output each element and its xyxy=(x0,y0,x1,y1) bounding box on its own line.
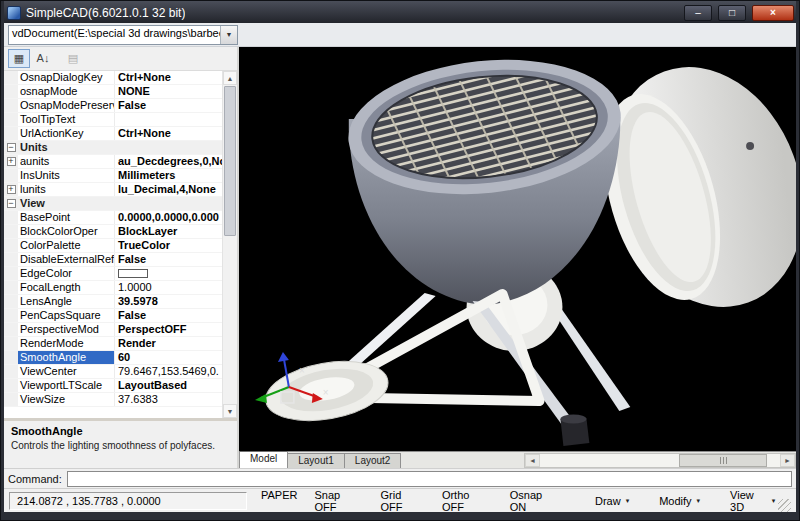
status-toggle-osnap-on[interactable]: Osnap ON xyxy=(508,489,562,513)
property-row-ColorPalette[interactable]: ColorPaletteTrueColor xyxy=(4,239,222,253)
titlebar[interactable]: SimpleCAD(6.6021.0.1 32 bit) – □ × xyxy=(4,1,796,23)
property-row-LensAngle[interactable]: LensAngle39.5978 xyxy=(4,295,222,309)
property-row-ViewSize[interactable]: ViewSize37.6383 xyxy=(4,393,222,407)
property-row-aunits[interactable]: +aunitsau_Decdegrees,0,No xyxy=(4,155,222,169)
property-row-OsnapDialogKey[interactable]: OsnapDialogKeyCtrl+None xyxy=(4,71,222,85)
property-name: InsUnits xyxy=(18,169,115,182)
menu-label: View 3D xyxy=(730,489,767,513)
maximize-button[interactable]: □ xyxy=(718,5,746,21)
property-value: TrueColor xyxy=(115,239,222,252)
horizontal-scrollbar[interactable]: ◄ ► xyxy=(524,453,796,468)
property-value: 0.0000,0.0000,0.000 xyxy=(115,211,222,224)
chevron-down-icon: ▾ xyxy=(772,497,776,505)
menu-view-3d[interactable]: View 3D▾ xyxy=(727,489,778,513)
scroll-down-icon[interactable]: ▼ xyxy=(223,404,237,418)
document-bar: vdDocument(E:\special 3d drawings\barbec… xyxy=(4,23,796,47)
property-grid-wrap: OsnapDialogKeyCtrl+NoneosnapModeNONEOsna… xyxy=(4,71,237,418)
description-title: SmoothAngle xyxy=(11,425,230,437)
property-row-PerspectiveMod[interactable]: PerspectiveModPerspectOFF xyxy=(4,323,222,337)
hscroll-track[interactable] xyxy=(540,454,780,467)
property-row-OsnapModePreserve[interactable]: OsnapModePreserveFalse xyxy=(4,99,222,113)
property-value: 60 xyxy=(115,351,222,364)
row-indent xyxy=(4,351,18,364)
property-row-RenderMode[interactable]: RenderModeRender xyxy=(4,337,222,351)
property-value: False xyxy=(115,253,222,266)
menu-modify[interactable]: Modify▾ xyxy=(656,489,703,513)
scroll-right-icon[interactable]: ► xyxy=(780,454,795,467)
tab-layout2[interactable]: Layout2 xyxy=(344,453,402,468)
property-row-ViewportLTScale[interactable]: ViewportLTScaleLayoutBased xyxy=(4,379,222,393)
status-toggle-ortho-off[interactable]: Ortho OFF xyxy=(440,489,495,513)
expand-box[interactable]: − xyxy=(7,143,16,152)
property-row-UrlActionKey[interactable]: UrlActionKeyCtrl+None xyxy=(4,127,222,141)
row-indent xyxy=(4,267,18,280)
row-indent xyxy=(4,71,18,84)
property-pages-button[interactable]: ▤ xyxy=(62,49,84,68)
property-row-osnapMode[interactable]: osnapModeNONE xyxy=(4,85,222,99)
tab-layout1[interactable]: Layout1 xyxy=(287,453,345,468)
tab-model[interactable]: Model xyxy=(239,451,288,468)
property-pages-icon: ▤ xyxy=(68,53,78,64)
property-value: 37.6383 xyxy=(115,393,222,406)
property-row-EdgeColor[interactable]: EdgeColor xyxy=(4,267,222,281)
close-button[interactable]: × xyxy=(752,5,794,21)
property-row-ViewCenter[interactable]: ViewCenter79.6467,153.5469,0. xyxy=(4,365,222,379)
property-name: PenCapsSquare xyxy=(18,309,115,322)
hscroll-thumb[interactable] xyxy=(679,454,767,467)
row-indent xyxy=(4,281,18,294)
property-row-ToolTipText[interactable]: ToolTipText xyxy=(4,113,222,127)
property-row-PenCapsSquare[interactable]: PenCapsSquareFalse xyxy=(4,309,222,323)
window-title: SimpleCAD(6.6021.0.1 32 bit) xyxy=(26,6,185,20)
combobox-dropdown-button[interactable]: ▼ xyxy=(220,26,237,44)
property-name: aunits xyxy=(18,155,115,168)
property-row-lunits[interactable]: +lunitslu_Decimal,4,None xyxy=(4,183,222,197)
expand-box[interactable]: + xyxy=(7,157,16,166)
scroll-left-icon[interactable]: ◄ xyxy=(525,454,540,467)
property-value xyxy=(115,113,222,126)
command-label: Command: xyxy=(8,473,62,485)
layout-tabstrip: ModelLayout1Layout2 ◄ ► xyxy=(239,451,796,468)
property-row-BasePoint[interactable]: BasePoint0.0000,0.0000,0.000 xyxy=(4,211,222,225)
3d-viewport[interactable]: × × xyxy=(239,47,796,451)
property-row-SmoothAngle[interactable]: SmoothAngle60 xyxy=(4,351,222,365)
row-indent xyxy=(4,379,18,392)
collapse-icon[interactable]: − xyxy=(4,197,18,210)
command-input[interactable] xyxy=(67,471,792,487)
category-row-View[interactable]: −View xyxy=(4,197,222,211)
expand-icon[interactable]: + xyxy=(4,155,18,168)
status-bar: 214.0872 , 135.7783 , 0.0000 PAPERSnap O… xyxy=(4,488,796,512)
command-line: Command: xyxy=(4,468,796,488)
expand-box[interactable]: + xyxy=(7,185,16,194)
expand-icon[interactable]: + xyxy=(4,183,18,196)
property-name: OsnapModePreserve xyxy=(18,99,115,112)
row-indent xyxy=(4,169,18,182)
row-indent xyxy=(4,365,18,378)
property-value: False xyxy=(115,99,222,112)
status-toggle-snap-off[interactable]: Snap OFF xyxy=(312,489,365,513)
document-combobox[interactable]: vdDocument(E:\special 3d drawings\barbec… xyxy=(8,25,238,45)
expand-box[interactable]: − xyxy=(7,199,16,208)
menu-draw[interactable]: Draw▾ xyxy=(592,489,632,513)
minimize-button[interactable]: – xyxy=(684,5,712,21)
categorized-button[interactable]: ▦ xyxy=(8,49,30,68)
property-row-FocalLength[interactable]: FocalLength1.0000 xyxy=(4,281,222,295)
resize-grip[interactable] xyxy=(778,499,791,512)
alphabetical-button[interactable]: A↓ xyxy=(32,49,54,68)
property-name: ToolTipText xyxy=(18,113,115,126)
property-value: Millimeters xyxy=(115,169,222,182)
category-row-Units[interactable]: −Units xyxy=(4,141,222,155)
color-swatch[interactable] xyxy=(118,269,148,278)
status-toggles: PAPERSnap OFFGrid OFFOrtho OFFOsnap ON xyxy=(259,489,562,513)
property-row-InsUnits[interactable]: InsUnitsMillimeters xyxy=(4,169,222,183)
property-panel: ▦A↓▤ OsnapDialogKeyCtrl+NoneosnapModeNON… xyxy=(4,47,237,468)
vscroll-thumb[interactable] xyxy=(224,86,236,236)
chevron-down-icon: ▾ xyxy=(697,497,701,505)
collapse-icon[interactable]: − xyxy=(4,141,18,154)
property-row-DisableExternalRefer[interactable]: DisableExternalReferFalse xyxy=(4,253,222,267)
property-row-BlockColorOper[interactable]: BlockColorOperBlockLayer xyxy=(4,225,222,239)
status-toggle-grid-off[interactable]: Grid OFF xyxy=(379,489,427,513)
property-grid-scrollbar[interactable]: ▲ ▼ xyxy=(222,71,237,418)
status-toggle-paper[interactable]: PAPER xyxy=(259,489,299,513)
app-icon xyxy=(7,6,21,20)
scroll-up-icon[interactable]: ▲ xyxy=(223,71,237,85)
